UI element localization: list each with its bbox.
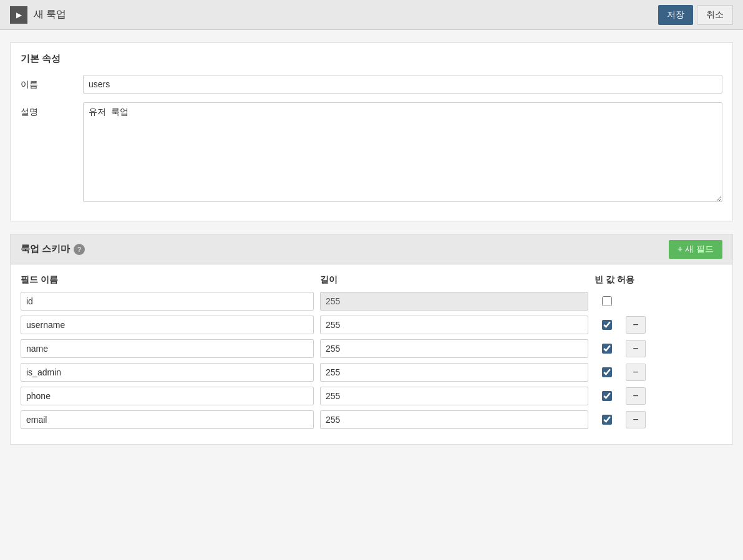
col-header-field-name: 필드 이름 [21, 274, 314, 286]
remove-field-button[interactable]: − [626, 387, 646, 405]
schema-col-headers: 필드 이름 길이 빈 값 허용 [21, 274, 722, 286]
description-input[interactable]: 유저 룩업 [83, 102, 722, 202]
save-button[interactable]: 저장 [658, 5, 693, 25]
nullable-checkbox[interactable] [602, 296, 612, 306]
expand-button[interactable]: ▶ [10, 6, 27, 24]
nullable-checkbox[interactable] [602, 344, 612, 354]
page-header: ▶ 새 룩업 저장 취소 [0, 0, 743, 30]
nullable-cell [595, 296, 619, 306]
field-length-input[interactable] [320, 363, 588, 382]
remove-field-button[interactable]: − [626, 411, 646, 428]
name-input[interactable] [83, 75, 722, 94]
schema-body: 필드 이름 길이 빈 값 허용 −−−−− [11, 264, 732, 444]
basic-properties-section: 기본 속성 이름 설명 유저 룩업 [10, 42, 733, 221]
field-length-input[interactable] [320, 410, 588, 429]
nullable-cell [595, 391, 619, 401]
nullable-checkbox[interactable] [602, 415, 612, 425]
table-row: − [21, 410, 722, 429]
field-length-input [320, 292, 588, 311]
field-name-input[interactable] [21, 292, 314, 311]
field-length-input[interactable] [320, 387, 588, 405]
col-header-nullable: 빈 값 허용 [595, 274, 722, 286]
remove-field-button[interactable]: − [626, 364, 646, 381]
main-content: 기본 속성 이름 설명 유저 룩업 룩업 스키마 ? + 새 필드 필드 이름 … [0, 30, 743, 470]
field-length-input[interactable] [320, 339, 588, 358]
col-header-length: 길이 [320, 274, 588, 286]
schema-header: 룩업 스키마 ? + 새 필드 [11, 234, 732, 264]
nullable-cell [595, 415, 619, 425]
field-name-input[interactable] [21, 410, 314, 429]
header-left: ▶ 새 룩업 [10, 6, 66, 24]
nullable-checkbox[interactable] [602, 391, 612, 401]
table-row [21, 292, 722, 311]
field-length-input[interactable] [320, 316, 588, 334]
nullable-cell [595, 344, 619, 354]
schema-title-row: 룩업 스키마 ? [21, 243, 85, 255]
page-title: 새 룩업 [34, 8, 66, 21]
basic-properties-title: 기본 속성 [21, 53, 722, 65]
field-name-input[interactable] [21, 363, 314, 382]
table-row: − [21, 387, 722, 405]
description-row: 설명 유저 룩업 [21, 102, 722, 202]
description-label: 설명 [21, 102, 83, 118]
nullable-checkbox[interactable] [602, 367, 612, 377]
field-name-input[interactable] [21, 316, 314, 334]
name-row: 이름 [21, 75, 722, 94]
table-row: − [21, 339, 722, 358]
help-icon[interactable]: ? [74, 244, 85, 255]
header-actions: 저장 취소 [658, 5, 733, 25]
nullable-cell [595, 320, 619, 330]
table-row: − [21, 363, 722, 382]
schema-rows: −−−−− [21, 292, 722, 429]
new-field-button[interactable]: + 새 필드 [669, 240, 722, 259]
remove-field-button[interactable]: − [626, 316, 646, 334]
schema-section: 룩업 스키마 ? + 새 필드 필드 이름 길이 빈 값 허용 −−−−− [10, 234, 733, 445]
remove-field-button[interactable]: − [626, 340, 646, 357]
name-label: 이름 [21, 75, 83, 90]
nullable-checkbox[interactable] [602, 320, 612, 330]
table-row: − [21, 316, 722, 334]
schema-title: 룩업 스키마 [21, 243, 70, 255]
cancel-button[interactable]: 취소 [697, 5, 733, 25]
field-name-input[interactable] [21, 339, 314, 358]
field-name-input[interactable] [21, 387, 314, 405]
nullable-cell [595, 367, 619, 377]
